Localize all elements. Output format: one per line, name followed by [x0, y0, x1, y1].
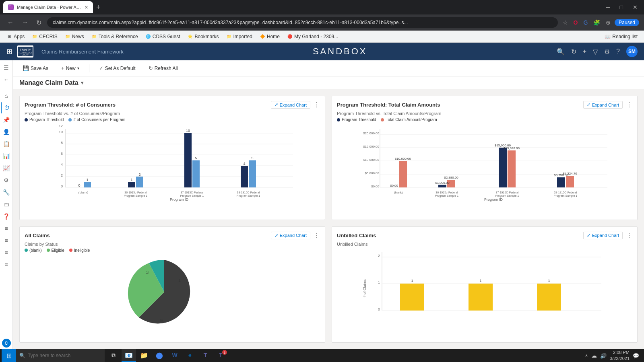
bookmark-news[interactable]: 📁 News — [62, 33, 87, 41]
taskbar-chrome[interactable]: ⬤ — [152, 349, 167, 362]
svg-text:Program Sample 1: Program Sample 1 — [237, 194, 260, 197]
sidebar-c-button[interactable]: C — [2, 339, 11, 348]
sidebar-recent-icon[interactable]: ⏱ — [1, 102, 12, 113]
maximize-button[interactable]: □ — [617, 2, 626, 12]
chart1-legend: Program Threshold # of Consumers per Pro… — [25, 117, 320, 122]
svg-text:$1,000.00: $1,000.00 — [435, 181, 450, 185]
sidebar-item-2[interactable]: ≡ — [1, 235, 12, 246]
volume-icon[interactable]: 🔊 — [600, 353, 607, 359]
sidebar-back-btn[interactable]: ← — [1, 74, 12, 85]
svg-rect-70 — [557, 177, 565, 187]
svg-text:$0.00: $0.00 — [390, 184, 398, 187]
sidebar-home-icon[interactable]: ⌂ — [1, 90, 12, 101]
bookmark-star-icon[interactable]: ☆ — [561, 18, 570, 27]
extension-icon[interactable]: 🧩 — [592, 18, 602, 27]
notification-icon[interactable]: 💬 — [633, 353, 639, 359]
taskbar-taskview[interactable]: ⧉ — [106, 349, 121, 362]
bookmark-tools[interactable]: 📁 Tools & Reference — [88, 33, 141, 41]
sidebar-data-icon[interactable]: 🗃 — [1, 199, 12, 210]
bookmark-cecris[interactable]: 📁 CECRIS — [29, 33, 60, 41]
chart3-expand-button[interactable]: ⤢ Expand Chart — [271, 232, 310, 239]
svg-text:2: 2 — [138, 173, 140, 177]
new-tab-button[interactable]: + — [96, 3, 101, 12]
chart1-more-button[interactable]: ⋮ — [314, 101, 320, 109]
taskbar-edge[interactable]: e — [183, 349, 197, 362]
svg-text:38-1915C-Federal: 38-1915C-Federal — [554, 191, 577, 194]
back-button[interactable]: ← — [5, 17, 16, 28]
bookmark-imported[interactable]: 📁 Imported — [223, 33, 256, 41]
chart2-expand-button[interactable]: ⤢ Expand Chart — [583, 101, 623, 109]
page-title[interactable]: Manage Claim Data ▾ — [19, 79, 83, 86]
system-tray-up-icon[interactable]: ∧ — [585, 353, 588, 358]
bookmark-apps[interactable]: ⊞ Apps — [3, 33, 28, 41]
start-button[interactable]: ⊞ — [2, 349, 16, 362]
browser-tab[interactable]: 🟣 Manage Claim Data - Power App... ✕ — [3, 1, 93, 13]
app-grid-icon[interactable]: ⊞ — [6, 47, 12, 56]
settings-icon[interactable]: ⚙ — [604, 48, 610, 56]
expand3-icon: ⤢ — [275, 233, 278, 238]
garland-favicon: 🔴 — [287, 34, 293, 39]
tab-close-btn[interactable]: ✕ — [85, 5, 88, 10]
chrome-icon[interactable]: G — [582, 18, 589, 27]
legend3-dot-eligible — [47, 249, 50, 252]
sidebar-hamburger[interactable]: ☰ — [1, 62, 12, 73]
plus-icon[interactable]: + — [583, 48, 586, 55]
onedrive-icon[interactable]: ☁ — [591, 352, 597, 359]
taskbar-teams-badge[interactable]: T 2 — [213, 349, 228, 362]
chart1-header: Program Threshold: # of Consumers ⤢ Expa… — [25, 101, 320, 109]
chart4-more-button[interactable]: ⋮ — [626, 232, 632, 239]
opera-icon[interactable]: O — [572, 18, 580, 27]
sidebar-item-3[interactable]: ≡ — [1, 247, 12, 258]
taskbar-clock[interactable]: 2:08 PM 3/22/2021 — [610, 350, 630, 362]
user-avatar[interactable]: SM — [626, 46, 638, 57]
chart4-expand-button[interactable]: ⤢ Expand Chart — [583, 232, 623, 239]
sidebar-activities-icon[interactable]: 📋 — [1, 138, 12, 150]
taskbar-explorer[interactable]: 📁 — [137, 349, 151, 362]
refresh-button[interactable]: ↻ — [34, 17, 44, 28]
bookmark-home[interactable]: 🔶 Home — [256, 33, 283, 41]
forward-button[interactable]: → — [19, 17, 31, 28]
bookmark-bookmarks[interactable]: ⭐ Bookmarks — [184, 33, 222, 41]
chart2-actions: ⤢ Expand Chart ⋮ — [583, 101, 632, 109]
sidebar-settings2-icon[interactable]: 🔧 — [1, 187, 12, 198]
app-header: ⊞ TRINITY TECHNOLOGY GROUP Claims Reimbu… — [0, 43, 644, 60]
sidebar-contacts-icon[interactable]: 👤 — [1, 126, 12, 138]
sidebar-reports-icon[interactable]: 📈 — [1, 162, 12, 174]
app-logo: TRINITY TECHNOLOGY GROUP Claims Reimburs… — [17, 45, 124, 58]
refresh-all-button[interactable]: ↻ Refresh All — [145, 64, 181, 73]
save-as-button[interactable]: 💾 Save As — [19, 64, 52, 73]
extensions-button[interactable]: ⊕ — [604, 18, 612, 27]
svg-text:$10,000.00: $10,000.00 — [363, 158, 380, 162]
svg-rect-88 — [400, 284, 424, 311]
filter-icon[interactable]: ▽ — [593, 48, 598, 56]
bookmark-cdss[interactable]: 🌐 CDSS Guest — [142, 33, 184, 41]
taskbar-teams[interactable]: T — [198, 349, 213, 362]
taskbar-word[interactable]: W — [167, 349, 182, 362]
chart1-expand-button[interactable]: ⤢ Expand Chart — [271, 101, 310, 109]
taskbar-search-box[interactable]: 🔍 — [16, 349, 105, 362]
taskbar-outlook[interactable]: 📧 — [122, 349, 136, 362]
minimize-button[interactable]: ─ — [603, 2, 613, 12]
svg-text:4: 4 — [61, 162, 63, 167]
set-default-button[interactable]: ✓ Set As Default — [96, 64, 139, 73]
sidebar-pin-icon[interactable]: 📌 — [1, 114, 12, 125]
chart3-more-button[interactable]: ⋮ — [314, 232, 320, 239]
address-bar[interactable] — [47, 17, 558, 28]
paused-badge[interactable]: Paused — [615, 19, 639, 26]
sidebar-item-1[interactable]: ≡ — [1, 223, 12, 234]
sidebar-help-icon[interactable]: ❓ — [1, 211, 12, 222]
sidebar-item-4[interactable]: ≡ — [1, 259, 12, 270]
reading-list-button[interactable]: 📖 Reading list — [601, 33, 641, 41]
help-icon[interactable]: ? — [616, 48, 620, 55]
tab-title: Manage Claim Data - Power App... — [17, 5, 81, 10]
sidebar-settings1-icon[interactable]: ⚙ — [1, 175, 12, 186]
sidebar-charts-icon[interactable]: 📊 — [1, 150, 12, 162]
new-button[interactable]: + New ▾ — [58, 64, 83, 73]
close-window-button[interactable]: ✕ — [630, 2, 641, 12]
taskbar-search-input[interactable] — [28, 353, 101, 358]
search-icon[interactable]: 🔍 — [557, 48, 565, 56]
bookmark-mygarland[interactable]: 🔴 My Garland - 2309... — [284, 33, 341, 41]
legend2-dot-threshold — [337, 118, 340, 121]
chart2-more-button[interactable]: ⋮ — [626, 101, 632, 109]
refresh-icon[interactable]: ↻ — [571, 48, 576, 56]
